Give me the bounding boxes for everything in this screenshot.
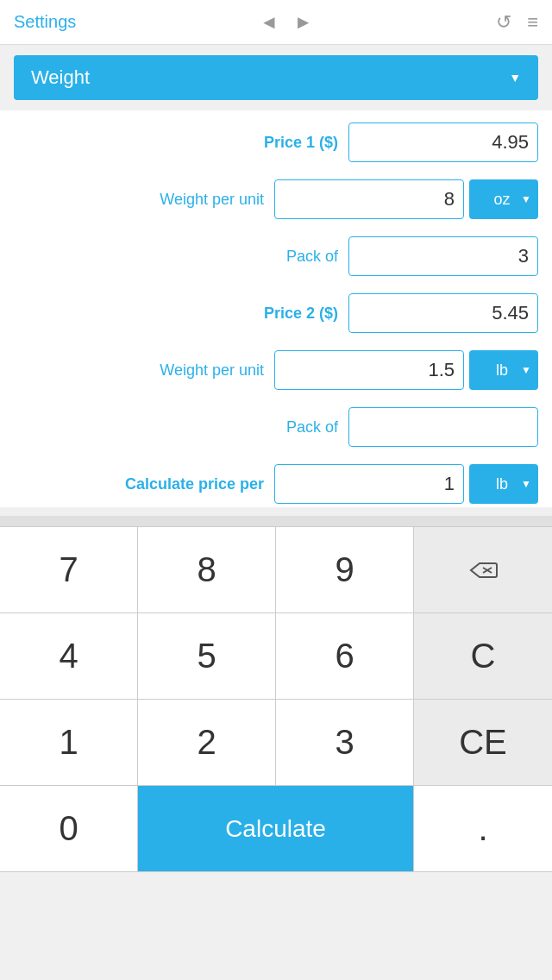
forward-icon[interactable]: ► xyxy=(294,11,313,34)
form-area: Price 1 ($) Weight per unit oz ▼ Pack of… xyxy=(0,110,552,507)
weight2-input[interactable] xyxy=(274,350,464,390)
calcper-label: Calculate price per xyxy=(14,475,274,493)
weight1-row: Weight per unit oz ▼ xyxy=(14,176,538,223)
weight2-unit-arrow: ▼ xyxy=(521,364,531,376)
calcper-unit-label: lb xyxy=(483,475,521,493)
packof2-label: Pack of xyxy=(14,418,348,437)
key-5[interactable]: 5 xyxy=(138,613,276,700)
price1-label: Price 1 ($) xyxy=(14,134,348,152)
key-8[interactable]: 8 xyxy=(138,527,276,613)
weight2-row: Weight per unit lb ▼ xyxy=(14,347,538,393)
price1-row: Price 1 ($) xyxy=(14,119,538,166)
packof1-input[interactable] xyxy=(348,236,538,276)
keypad: 7 8 9 4 5 6 C 1 2 3 CE 0 Calculate . xyxy=(0,526,552,872)
calcper-row: Calculate price per lb ▼ xyxy=(14,461,538,507)
weight2-label: Weight per unit xyxy=(14,361,274,380)
price2-row: Price 2 ($) xyxy=(14,290,538,336)
menu-icon[interactable]: ≡ xyxy=(527,11,538,34)
key-3[interactable]: 3 xyxy=(276,700,414,786)
category-dropdown[interactable]: Weight ▼ xyxy=(14,55,538,100)
key-9[interactable]: 9 xyxy=(276,527,414,613)
key-0[interactable]: 0 xyxy=(0,786,138,872)
category-label: Weight xyxy=(31,66,90,89)
packof2-input[interactable] xyxy=(348,407,538,447)
settings-button[interactable]: Settings xyxy=(14,12,76,32)
header: Settings ◄ ► ↺ ≡ xyxy=(0,0,552,45)
calcper-unit-arrow: ▼ xyxy=(521,478,531,490)
price2-label: Price 2 ($) xyxy=(14,305,348,323)
key-2[interactable]: 2 xyxy=(138,700,276,786)
category-dropdown-arrow: ▼ xyxy=(509,71,521,85)
price2-input[interactable] xyxy=(348,293,538,333)
weight1-unit-button[interactable]: oz ▼ xyxy=(469,179,538,219)
price1-input[interactable] xyxy=(348,122,538,162)
back-icon[interactable]: ◄ xyxy=(260,11,279,34)
divider xyxy=(0,516,552,526)
weight1-label: Weight per unit xyxy=(14,191,274,209)
navigation-controls: ◄ ► xyxy=(260,11,313,34)
key-7[interactable]: 7 xyxy=(0,527,138,613)
key-dot[interactable]: . xyxy=(414,786,552,872)
key-clear-entry[interactable]: CE xyxy=(414,700,552,786)
weight1-unit-arrow: ▼ xyxy=(521,193,531,205)
action-controls: ↺ ≡ xyxy=(496,11,538,34)
undo-icon[interactable]: ↺ xyxy=(496,11,511,34)
weight2-unit-button[interactable]: lb ▼ xyxy=(469,350,538,390)
key-4[interactable]: 4 xyxy=(0,613,138,700)
weight1-input[interactable] xyxy=(274,179,464,219)
key-1[interactable]: 1 xyxy=(0,700,138,786)
packof1-row: Pack of xyxy=(14,233,538,280)
key-6[interactable]: 6 xyxy=(276,613,414,700)
weight1-unit-label: oz xyxy=(483,191,521,209)
packof2-row: Pack of xyxy=(14,404,538,450)
calcper-unit-button[interactable]: lb ▼ xyxy=(469,464,538,504)
packof1-label: Pack of xyxy=(14,248,348,266)
weight2-unit-label: lb xyxy=(483,361,521,380)
key-backspace[interactable] xyxy=(414,527,552,613)
calculate-button[interactable]: Calculate xyxy=(138,786,414,872)
key-clear[interactable]: C xyxy=(414,613,552,700)
calcper-input[interactable] xyxy=(274,464,464,504)
